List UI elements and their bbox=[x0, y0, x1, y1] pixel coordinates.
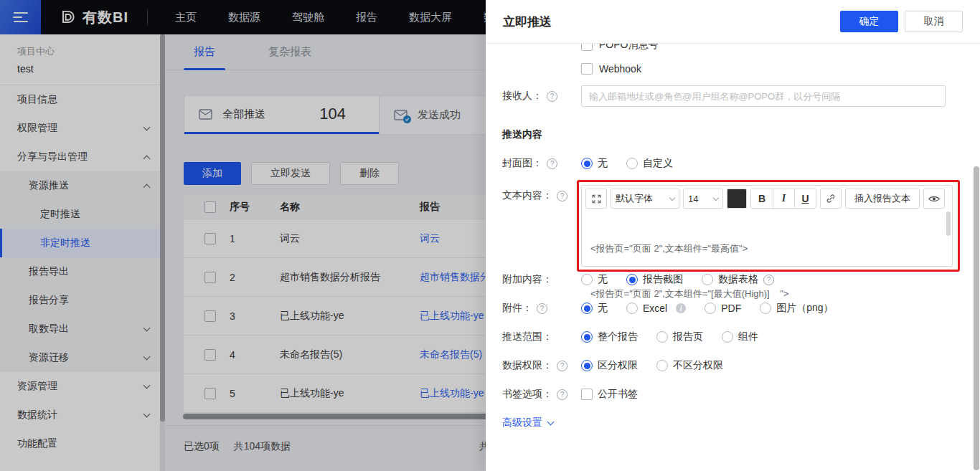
option-label: 区分权限 bbox=[598, 359, 638, 372]
attach-radio-png[interactable]: 图片（png） bbox=[760, 302, 833, 315]
chevron-down-icon bbox=[547, 419, 555, 426]
advanced-settings-link[interactable]: 高级设置 bbox=[502, 417, 553, 429]
editor-line: <报告页="页面 2",文本组件="最高值"> bbox=[590, 242, 943, 255]
editor-toolbar: 默认字体 14 B I U 插入报告文本 bbox=[582, 186, 952, 211]
preview-eye-icon[interactable] bbox=[923, 189, 945, 209]
info-icon[interactable] bbox=[676, 303, 686, 313]
cancel-button[interactable]: 取消 bbox=[905, 11, 963, 32]
modal-mask[interactable] bbox=[0, 0, 486, 471]
fullscreen-icon[interactable] bbox=[585, 189, 607, 209]
option-label: Excel bbox=[643, 303, 667, 314]
radio-icon[interactable] bbox=[656, 360, 668, 371]
option-label: 图片（png） bbox=[776, 302, 833, 315]
option-label: 无 bbox=[598, 302, 608, 315]
cover-radio-none[interactable]: 无 bbox=[581, 157, 608, 170]
rich-text-editor[interactable]: 默认字体 14 B I U 插入报告文本 bbox=[581, 185, 953, 267]
radio-icon[interactable] bbox=[626, 274, 638, 285]
option-label: 公开书签 bbox=[598, 388, 638, 401]
attach-radio-excel[interactable]: Excel bbox=[626, 303, 686, 314]
drawer-header: 立即推送 确定 取消 bbox=[486, 0, 980, 44]
help-icon[interactable] bbox=[537, 303, 547, 314]
help-icon[interactable] bbox=[557, 389, 567, 400]
channel-option-webhook[interactable]: Webhook bbox=[581, 63, 641, 75]
confirm-button[interactable]: 确定 bbox=[840, 11, 898, 32]
extra-content-row: 附加内容： 无 报告截图 数据表格 bbox=[502, 273, 774, 286]
extra-radio-data-table[interactable]: 数据表格 bbox=[702, 273, 774, 286]
scope-radio-component[interactable]: 组件 bbox=[722, 330, 758, 343]
option-label: 自定义 bbox=[643, 157, 673, 170]
option-label: 报告截图 bbox=[643, 273, 683, 286]
attachment-row: 附件： 无 Excel PDF 图片（png） bbox=[502, 302, 834, 315]
italic-button[interactable]: I bbox=[773, 189, 794, 208]
channel-label: Webhook bbox=[599, 63, 641, 75]
radio-icon[interactable] bbox=[581, 303, 593, 314]
extra-radio-none[interactable]: 无 bbox=[581, 273, 608, 286]
attachment-label: 附件： bbox=[502, 302, 532, 315]
help-icon[interactable] bbox=[557, 361, 567, 371]
insert-report-text-button[interactable]: 插入报告文本 bbox=[845, 189, 920, 209]
radio-icon[interactable] bbox=[656, 331, 668, 343]
popo-checkbox[interactable] bbox=[581, 44, 593, 51]
font-family-value: 默认字体 bbox=[616, 192, 653, 205]
radio-icon[interactable] bbox=[705, 303, 716, 314]
push-scope-row: 推送范围： 整个报告 报告页 组件 bbox=[502, 330, 758, 343]
font-color-picker[interactable] bbox=[727, 189, 747, 209]
help-icon[interactable] bbox=[763, 275, 774, 285]
radio-icon[interactable] bbox=[626, 158, 638, 169]
drawer-scrollbar-thumb[interactable] bbox=[974, 166, 979, 470]
help-icon[interactable] bbox=[547, 158, 557, 169]
option-label: 组件 bbox=[738, 330, 758, 343]
scope-radio-whole-report[interactable]: 整个报告 bbox=[581, 330, 638, 343]
data-permission-label: 数据权限： bbox=[502, 359, 552, 372]
app-root: 有数BI 主页 数据源 驾驶舱 报告 数据大屏 数据门户 项目中心 test 项… bbox=[0, 0, 980, 471]
radio-icon[interactable] bbox=[581, 274, 593, 285]
radio-icon[interactable] bbox=[581, 360, 593, 371]
channel-option-popo[interactable]: POPO消息号 bbox=[581, 44, 658, 52]
recipient-input[interactable] bbox=[581, 85, 946, 107]
option-label: 无 bbox=[598, 273, 608, 286]
editor-scrollbar-thumb[interactable] bbox=[946, 211, 951, 236]
font-size-select[interactable]: 14 bbox=[683, 189, 723, 209]
editor-line: <报告页="页面 2",文本组件="[最大值(High)] "> bbox=[590, 287, 943, 300]
extra-radio-report-screenshot[interactable]: 报告截图 bbox=[626, 273, 683, 286]
radio-icon[interactable] bbox=[760, 303, 771, 314]
cover-label: 封面图： bbox=[502, 157, 542, 170]
attach-radio-none[interactable]: 无 bbox=[581, 302, 608, 315]
font-family-select[interactable]: 默认字体 bbox=[611, 189, 679, 209]
scope-radio-report-page[interactable]: 报告页 bbox=[656, 330, 703, 343]
option-label: 数据表格 bbox=[718, 273, 758, 286]
radio-icon[interactable] bbox=[702, 274, 713, 285]
radio-icon[interactable] bbox=[581, 331, 593, 343]
public-bookmark-checkbox[interactable] bbox=[581, 389, 593, 400]
webhook-checkbox[interactable] bbox=[581, 63, 593, 75]
perm-radio-no-distinguish[interactable]: 不区分权限 bbox=[656, 359, 723, 372]
advanced-settings-label: 高级设置 bbox=[502, 417, 542, 429]
recipient-label: 接收人： bbox=[502, 90, 542, 103]
cover-radio-custom[interactable]: 自定义 bbox=[626, 157, 673, 170]
push-now-drawer: 立即推送 确定 取消 POPO消息号 Webhook 接收人： 推送内容 bbox=[486, 0, 980, 471]
radio-icon[interactable] bbox=[722, 331, 733, 343]
biu-group: B I U bbox=[750, 189, 816, 209]
option-label: 不区分权限 bbox=[673, 359, 723, 372]
recipient-row: 接收人： bbox=[502, 85, 946, 107]
radio-icon[interactable] bbox=[581, 158, 593, 169]
help-icon[interactable] bbox=[547, 91, 557, 102]
link-icon[interactable] bbox=[820, 189, 842, 209]
chevron-down-icon bbox=[713, 194, 719, 200]
text-content-label: 文本内容： bbox=[502, 189, 552, 202]
perm-radio-distinguish[interactable]: 区分权限 bbox=[581, 359, 638, 372]
radio-icon[interactable] bbox=[626, 303, 638, 314]
drawer-body: POPO消息号 Webhook 接收人： 推送内容 封面图： 无 自定义 bbox=[486, 44, 980, 471]
option-label: PDF bbox=[721, 303, 741, 314]
bookmark-row: 书签选项： 公开书签 bbox=[502, 388, 638, 401]
extra-content-label: 附加内容： bbox=[502, 273, 552, 286]
public-bookmark-option[interactable]: 公开书签 bbox=[581, 388, 638, 401]
bold-button[interactable]: B bbox=[751, 189, 773, 208]
channel-label: POPO消息号 bbox=[599, 44, 658, 52]
push-content-section: 推送内容 bbox=[502, 128, 542, 141]
data-permission-row: 数据权限： 区分权限 不区分权限 bbox=[502, 359, 723, 372]
help-icon[interactable] bbox=[557, 191, 567, 201]
font-size-value: 14 bbox=[688, 194, 698, 204]
attach-radio-pdf[interactable]: PDF bbox=[705, 303, 741, 314]
underline-button[interactable]: U bbox=[794, 189, 816, 208]
